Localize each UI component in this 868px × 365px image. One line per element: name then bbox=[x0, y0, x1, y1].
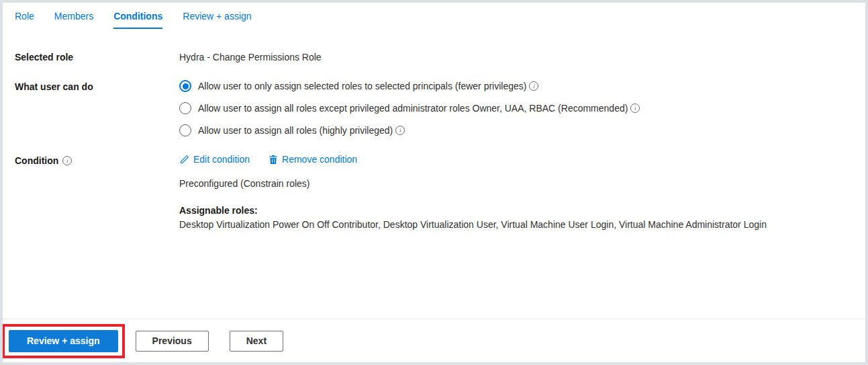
edit-condition-label: Edit condition bbox=[193, 154, 250, 165]
condition-label: Condition bbox=[15, 155, 58, 166]
what-user-can-do-label: What user can do bbox=[15, 80, 179, 92]
assignable-roles-value: Desktop Virtualization Power On Off Cont… bbox=[179, 219, 864, 230]
condition-type: Preconfigured (Constrain roles) bbox=[179, 178, 864, 189]
tab-conditions[interactable]: Conditions bbox=[113, 11, 162, 29]
privilege-radio-group: Allow user to only assign selected roles… bbox=[179, 80, 640, 136]
assignable-roles-label: Assignable roles: bbox=[179, 205, 864, 216]
info-icon[interactable]: i bbox=[630, 104, 640, 113]
tab-members[interactable]: Members bbox=[54, 11, 93, 29]
remove-condition-label: Remove condition bbox=[282, 154, 357, 165]
condition-label-wrap: Condition i bbox=[15, 154, 179, 166]
selected-role-label: Selected role bbox=[15, 50, 179, 63]
what-user-can-do-row: What user can do Allow user to only assi… bbox=[15, 80, 853, 136]
selected-role-row: Selected role Hydra - Change Permissions… bbox=[15, 50, 853, 63]
selected-role-value: Hydra - Change Permissions Role bbox=[179, 50, 322, 63]
footer-bar: Review + assign Previous Next bbox=[3, 319, 865, 362]
radio-all-except-privileged[interactable]: Allow user to assign all roles except pr… bbox=[179, 102, 640, 114]
condition-row: Condition i Edit condition bbox=[15, 154, 853, 230]
tab-review-assign[interactable]: Review + assign bbox=[183, 11, 251, 29]
radio-fewer-privileges[interactable]: Allow user to only assign selected roles… bbox=[179, 80, 640, 92]
info-icon[interactable]: i bbox=[395, 126, 405, 135]
tab-role[interactable]: Role bbox=[15, 11, 34, 29]
info-icon[interactable]: i bbox=[62, 156, 72, 165]
condition-details: Edit condition Remove condition Preconfi… bbox=[179, 154, 864, 230]
remove-condition-link[interactable]: Remove condition bbox=[269, 154, 357, 165]
radio-selected-icon[interactable] bbox=[179, 80, 191, 92]
radio-all-roles-label: Allow user to assign all roles (highly p… bbox=[198, 125, 393, 136]
tab-bar: Role Members Conditions Review + assign bbox=[3, 3, 865, 29]
radio-fewer-privileges-label: Allow user to only assign selected roles… bbox=[198, 81, 526, 91]
condition-actions: Edit condition Remove condition bbox=[179, 154, 864, 165]
radio-all-roles[interactable]: Allow user to assign all roles (highly p… bbox=[179, 124, 640, 136]
pencil-icon bbox=[179, 155, 189, 165]
conditions-panel: Role Members Conditions Review + assign … bbox=[0, 0, 868, 365]
radio-unselected-icon[interactable] bbox=[179, 124, 191, 136]
conditions-form: Selected role Hydra - Change Permissions… bbox=[3, 29, 865, 230]
radio-unselected-icon[interactable] bbox=[179, 102, 191, 114]
edit-condition-link[interactable]: Edit condition bbox=[179, 154, 250, 165]
trash-icon bbox=[269, 155, 278, 165]
review-assign-button[interactable]: Review + assign bbox=[9, 330, 118, 352]
info-icon[interactable]: i bbox=[529, 81, 538, 91]
previous-button[interactable]: Previous bbox=[136, 331, 209, 352]
next-button[interactable]: Next bbox=[230, 331, 283, 352]
radio-all-except-privileged-label: Allow user to assign all roles except pr… bbox=[198, 103, 628, 114]
annotation-highlight-box: Review + assign bbox=[2, 324, 125, 358]
